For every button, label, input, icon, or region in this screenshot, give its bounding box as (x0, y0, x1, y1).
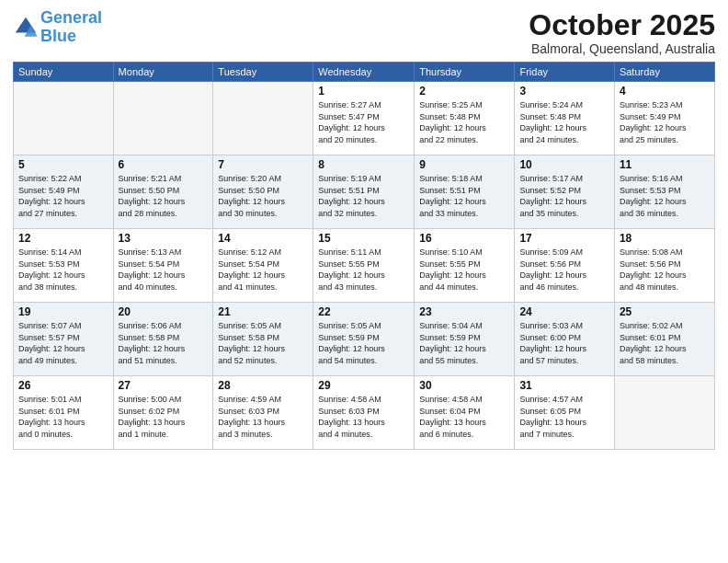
calendar-cell: 28Sunrise: 4:59 AM Sunset: 6:03 PM Dayli… (213, 376, 313, 450)
day-number: 17 (519, 232, 609, 245)
calendar-cell: 13Sunrise: 5:13 AM Sunset: 5:54 PM Dayli… (113, 229, 213, 303)
day-number: 28 (218, 379, 308, 392)
day-number: 14 (218, 232, 308, 245)
day-number: 25 (620, 305, 710, 318)
calendar-cell: 6Sunrise: 5:21 AM Sunset: 5:50 PM Daylig… (113, 155, 213, 229)
day-info: Sunrise: 5:22 AM Sunset: 5:49 PM Dayligh… (18, 173, 108, 219)
calendar-cell: 19Sunrise: 5:07 AM Sunset: 5:57 PM Dayli… (14, 303, 114, 376)
calendar-cell: 14Sunrise: 5:12 AM Sunset: 5:54 PM Dayli… (213, 229, 313, 303)
day-info: Sunrise: 5:01 AM Sunset: 6:01 PM Dayligh… (18, 394, 108, 440)
week-row-4: 19Sunrise: 5:07 AM Sunset: 5:57 PM Dayli… (14, 303, 715, 376)
day-number: 16 (419, 232, 509, 245)
day-info: Sunrise: 5:07 AM Sunset: 5:57 PM Dayligh… (18, 320, 108, 366)
day-info: Sunrise: 5:03 AM Sunset: 6:00 PM Dayligh… (519, 320, 609, 366)
day-number: 10 (519, 158, 609, 171)
day-info: Sunrise: 5:08 AM Sunset: 5:56 PM Dayligh… (620, 247, 710, 293)
day-info: Sunrise: 5:09 AM Sunset: 5:56 PM Dayligh… (519, 247, 609, 293)
day-number: 2 (419, 85, 509, 98)
header: General Blue October 2025 Balmoral, Quee… (13, 9, 715, 56)
calendar-cell: 26Sunrise: 5:01 AM Sunset: 6:01 PM Dayli… (14, 376, 114, 450)
calendar-cell: 5Sunrise: 5:22 AM Sunset: 5:49 PM Daylig… (14, 155, 114, 229)
calendar-cell: 15Sunrise: 5:11 AM Sunset: 5:55 PM Dayli… (313, 229, 415, 303)
week-row-1: 1Sunrise: 5:27 AM Sunset: 5:47 PM Daylig… (14, 82, 715, 155)
weekday-header-thursday: Thursday (415, 63, 515, 82)
logo-text: General Blue (40, 9, 102, 46)
day-info: Sunrise: 5:10 AM Sunset: 5:55 PM Dayligh… (419, 247, 509, 293)
day-info: Sunrise: 4:58 AM Sunset: 6:04 PM Dayligh… (419, 394, 509, 440)
day-info: Sunrise: 5:27 AM Sunset: 5:47 PM Dayligh… (318, 99, 409, 145)
weekday-header-wednesday: Wednesday (313, 63, 415, 82)
weekday-header-friday: Friday (515, 63, 614, 82)
week-row-2: 5Sunrise: 5:22 AM Sunset: 5:49 PM Daylig… (14, 155, 715, 229)
day-number: 7 (218, 158, 308, 171)
day-info: Sunrise: 5:11 AM Sunset: 5:55 PM Dayligh… (318, 247, 409, 293)
day-number: 11 (620, 158, 710, 171)
month-title: October 2025 (529, 9, 715, 41)
calendar-cell: 30Sunrise: 4:58 AM Sunset: 6:04 PM Dayli… (415, 376, 515, 450)
weekday-header-monday: Monday (113, 63, 213, 82)
calendar-cell: 9Sunrise: 5:18 AM Sunset: 5:51 PM Daylig… (415, 155, 515, 229)
day-number: 6 (119, 158, 209, 171)
day-info: Sunrise: 5:05 AM Sunset: 5:59 PM Dayligh… (318, 320, 409, 366)
calendar-cell (614, 376, 714, 450)
day-info: Sunrise: 5:21 AM Sunset: 5:50 PM Dayligh… (119, 173, 209, 219)
title-block: October 2025 Balmoral, Queensland, Austr… (529, 9, 715, 56)
weekday-header-sunday: Sunday (14, 63, 114, 82)
logo: General Blue (13, 9, 102, 46)
day-info: Sunrise: 5:24 AM Sunset: 5:48 PM Dayligh… (519, 99, 609, 145)
day-info: Sunrise: 5:23 AM Sunset: 5:49 PM Dayligh… (620, 99, 710, 145)
day-info: Sunrise: 5:04 AM Sunset: 5:59 PM Dayligh… (419, 320, 509, 366)
day-number: 23 (419, 305, 509, 318)
day-number: 8 (318, 158, 409, 171)
day-info: Sunrise: 5:14 AM Sunset: 5:53 PM Dayligh… (18, 247, 108, 293)
day-number: 22 (318, 305, 409, 318)
page-container: General Blue October 2025 Balmoral, Quee… (0, 0, 728, 455)
day-info: Sunrise: 5:17 AM Sunset: 5:52 PM Dayligh… (519, 173, 609, 219)
day-info: Sunrise: 4:57 AM Sunset: 6:05 PM Dayligh… (519, 394, 609, 440)
calendar-cell: 10Sunrise: 5:17 AM Sunset: 5:52 PM Dayli… (515, 155, 614, 229)
day-info: Sunrise: 5:06 AM Sunset: 5:58 PM Dayligh… (119, 320, 209, 366)
day-info: Sunrise: 5:12 AM Sunset: 5:54 PM Dayligh… (218, 247, 308, 293)
calendar-cell: 22Sunrise: 5:05 AM Sunset: 5:59 PM Dayli… (313, 303, 415, 376)
calendar-cell: 18Sunrise: 5:08 AM Sunset: 5:56 PM Dayli… (614, 229, 714, 303)
day-info: Sunrise: 5:13 AM Sunset: 5:54 PM Dayligh… (119, 247, 209, 293)
day-number: 3 (519, 85, 609, 98)
calendar-cell: 21Sunrise: 5:05 AM Sunset: 5:58 PM Dayli… (213, 303, 313, 376)
calendar-cell: 1Sunrise: 5:27 AM Sunset: 5:47 PM Daylig… (313, 82, 415, 155)
day-number: 20 (119, 305, 209, 318)
calendar-cell: 7Sunrise: 5:20 AM Sunset: 5:50 PM Daylig… (213, 155, 313, 229)
day-info: Sunrise: 5:18 AM Sunset: 5:51 PM Dayligh… (419, 173, 509, 219)
calendar-cell: 8Sunrise: 5:19 AM Sunset: 5:51 PM Daylig… (313, 155, 415, 229)
calendar-table: SundayMondayTuesdayWednesdayThursdayFrid… (13, 62, 715, 450)
calendar-cell: 24Sunrise: 5:03 AM Sunset: 6:00 PM Dayli… (515, 303, 614, 376)
calendar-cell: 25Sunrise: 5:02 AM Sunset: 6:01 PM Dayli… (614, 303, 714, 376)
day-number: 26 (18, 379, 108, 392)
day-number: 31 (519, 379, 609, 392)
week-row-3: 12Sunrise: 5:14 AM Sunset: 5:53 PM Dayli… (14, 229, 715, 303)
calendar-cell: 31Sunrise: 4:57 AM Sunset: 6:05 PM Dayli… (515, 376, 614, 450)
calendar-cell: 27Sunrise: 5:00 AM Sunset: 6:02 PM Dayli… (113, 376, 213, 450)
day-number: 5 (18, 158, 108, 171)
calendar-cell: 16Sunrise: 5:10 AM Sunset: 5:55 PM Dayli… (415, 229, 515, 303)
weekday-header-row: SundayMondayTuesdayWednesdayThursdayFrid… (14, 63, 715, 82)
calendar-cell: 23Sunrise: 5:04 AM Sunset: 5:59 PM Dayli… (415, 303, 515, 376)
day-number: 19 (18, 305, 108, 318)
calendar-cell: 20Sunrise: 5:06 AM Sunset: 5:58 PM Dayli… (113, 303, 213, 376)
calendar-cell: 17Sunrise: 5:09 AM Sunset: 5:56 PM Dayli… (515, 229, 614, 303)
calendar-cell: 2Sunrise: 5:25 AM Sunset: 5:48 PM Daylig… (415, 82, 515, 155)
logo-icon (13, 15, 39, 40)
day-info: Sunrise: 5:00 AM Sunset: 6:02 PM Dayligh… (119, 394, 209, 440)
day-info: Sunrise: 5:25 AM Sunset: 5:48 PM Dayligh… (419, 99, 509, 145)
calendar-cell (213, 82, 313, 155)
location: Balmoral, Queensland, Australia (529, 41, 715, 56)
day-number: 29 (318, 379, 409, 392)
day-number: 30 (419, 379, 509, 392)
calendar-cell: 3Sunrise: 5:24 AM Sunset: 5:48 PM Daylig… (515, 82, 614, 155)
weekday-header-saturday: Saturday (614, 63, 714, 82)
calendar-cell: 4Sunrise: 5:23 AM Sunset: 5:49 PM Daylig… (614, 82, 714, 155)
day-info: Sunrise: 5:02 AM Sunset: 6:01 PM Dayligh… (620, 320, 710, 366)
day-number: 13 (119, 232, 209, 245)
calendar-cell: 11Sunrise: 5:16 AM Sunset: 5:53 PM Dayli… (614, 155, 714, 229)
calendar-cell (113, 82, 213, 155)
day-number: 4 (620, 85, 710, 98)
